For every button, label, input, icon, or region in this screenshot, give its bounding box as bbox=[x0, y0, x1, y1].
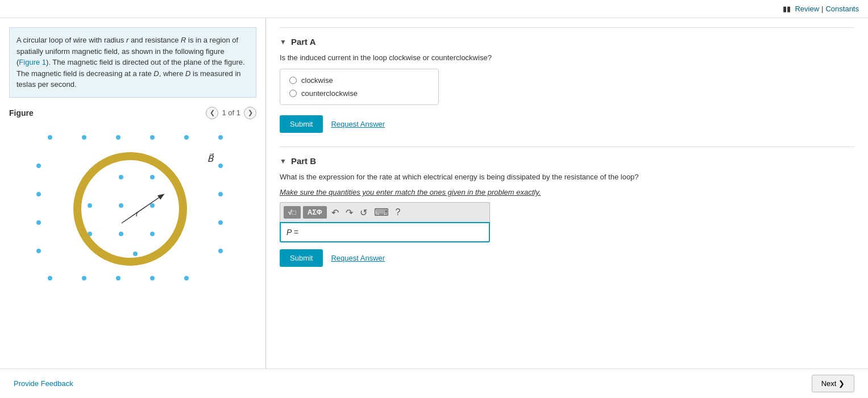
next-figure-button[interactable]: ❯ bbox=[244, 107, 256, 119]
dot bbox=[150, 276, 155, 280]
main-layout: A circular loop of wire with radius r an… bbox=[0, 18, 868, 396]
sqrt-button[interactable]: √□ bbox=[284, 206, 301, 219]
constants-link[interactable]: Constants bbox=[825, 5, 859, 13]
figure-link[interactable]: Figure 1 bbox=[19, 58, 46, 66]
part-a-actions: Submit Request Answer bbox=[280, 115, 854, 133]
dot bbox=[82, 135, 86, 140]
next-button[interactable]: Next ❯ bbox=[812, 375, 854, 392]
part-a-divider bbox=[280, 27, 854, 28]
top-bar: ▮▮ Review | Constants bbox=[0, 0, 868, 18]
dot bbox=[48, 135, 52, 140]
help-button[interactable]: ? bbox=[393, 206, 403, 219]
part-b-triangle: ▼ bbox=[280, 157, 286, 165]
symbol-button[interactable]: ΑΣΦ bbox=[303, 206, 327, 219]
figure-title: Figure bbox=[9, 108, 34, 118]
svg-line-0 bbox=[122, 195, 163, 223]
feedback-button[interactable]: Provide Feedback bbox=[14, 379, 73, 388]
option-counterclockwise-label: counterclockwise bbox=[301, 89, 358, 98]
dot bbox=[184, 135, 189, 140]
part-b-submit-button[interactable]: Submit bbox=[280, 249, 323, 267]
part-a-triangle: ▼ bbox=[280, 38, 286, 46]
figure-nav: ❮ 1 of 1 ❯ bbox=[206, 107, 256, 119]
dot bbox=[184, 276, 189, 280]
dot bbox=[218, 135, 223, 140]
option-counterclockwise[interactable]: counterclockwise bbox=[289, 89, 429, 98]
dot bbox=[36, 192, 41, 196]
dot bbox=[116, 135, 121, 140]
part-a-submit-button[interactable]: Submit bbox=[280, 115, 323, 133]
part-b-request-button[interactable]: Request Answer bbox=[331, 254, 385, 262]
part-a-request-button[interactable]: Request Answer bbox=[331, 120, 385, 128]
redo-button[interactable]: ↷ bbox=[343, 206, 355, 219]
math-label: P = bbox=[286, 228, 298, 237]
problem-text: A circular loop of wire with radius r an… bbox=[9, 27, 256, 98]
radio-counterclockwise[interactable] bbox=[289, 90, 297, 97]
math-toolbar: √□ ΑΣΦ ↶ ↷ ↺ ⌨ ? bbox=[280, 202, 490, 222]
figure-canvas: B⃗ r bbox=[31, 124, 235, 294]
bottom-bar: Provide Feedback Next ❯ bbox=[0, 368, 868, 396]
undo-button[interactable]: ↶ bbox=[329, 206, 341, 219]
part-b-header: ▼ Part B bbox=[280, 156, 854, 166]
part-b-actions: Submit Request Answer bbox=[280, 249, 854, 267]
part-a-label: Part A bbox=[291, 37, 316, 47]
dot bbox=[82, 276, 86, 280]
dot bbox=[36, 220, 41, 225]
dot bbox=[150, 135, 155, 140]
dot bbox=[48, 276, 52, 280]
dot bbox=[218, 220, 223, 225]
option-clockwise[interactable]: clockwise bbox=[289, 76, 429, 85]
dot bbox=[218, 192, 223, 196]
radio-box: clockwise counterclockwise bbox=[280, 69, 439, 105]
review-icon: ▮▮ bbox=[783, 5, 791, 13]
dot bbox=[36, 249, 41, 253]
part-a-header: ▼ Part A bbox=[280, 37, 854, 47]
dot bbox=[218, 164, 223, 168]
option-clockwise-label: clockwise bbox=[301, 76, 333, 85]
b-vector-label: B⃗ bbox=[207, 153, 214, 164]
right-panel: ▼ Part A Is the induced current in the l… bbox=[266, 18, 868, 396]
left-panel: A circular loop of wire with radius r an… bbox=[0, 18, 266, 396]
part-a-section: ▼ Part A Is the induced current in the l… bbox=[280, 27, 854, 133]
dot bbox=[218, 249, 223, 253]
part-b-divider bbox=[280, 146, 854, 147]
prev-figure-button[interactable]: ❮ bbox=[206, 107, 218, 119]
r-arrow: r bbox=[119, 189, 170, 229]
figure-section: Figure ❮ 1 of 1 ❯ bbox=[9, 107, 256, 387]
page-indicator: 1 of 1 bbox=[222, 108, 240, 117]
dot bbox=[116, 276, 121, 280]
svg-text:r: r bbox=[136, 209, 139, 218]
dot bbox=[36, 164, 41, 168]
part-b-section: ▼ Part B What is the expression for the … bbox=[280, 146, 854, 267]
divider: | bbox=[821, 5, 823, 13]
part-b-label: Part B bbox=[291, 156, 316, 166]
review-link[interactable]: Review bbox=[795, 5, 819, 13]
keyboard-button[interactable]: ⌨ bbox=[372, 205, 391, 220]
reset-button[interactable]: ↺ bbox=[358, 206, 369, 219]
math-input-row: P = bbox=[280, 222, 490, 242]
math-input-field[interactable] bbox=[302, 228, 483, 237]
math-input-wrapper: √□ ΑΣΦ ↶ ↷ ↺ ⌨ ? P = bbox=[280, 202, 854, 242]
figure-header: Figure ❮ 1 of 1 ❯ bbox=[9, 107, 256, 119]
part-b-question: What is the expression for the rate at w… bbox=[280, 173, 854, 181]
part-b-note: Make sure the quantities you enter match… bbox=[280, 188, 854, 196]
part-a-question: Is the induced current in the loop clock… bbox=[280, 53, 854, 62]
radio-clockwise[interactable] bbox=[289, 77, 297, 84]
